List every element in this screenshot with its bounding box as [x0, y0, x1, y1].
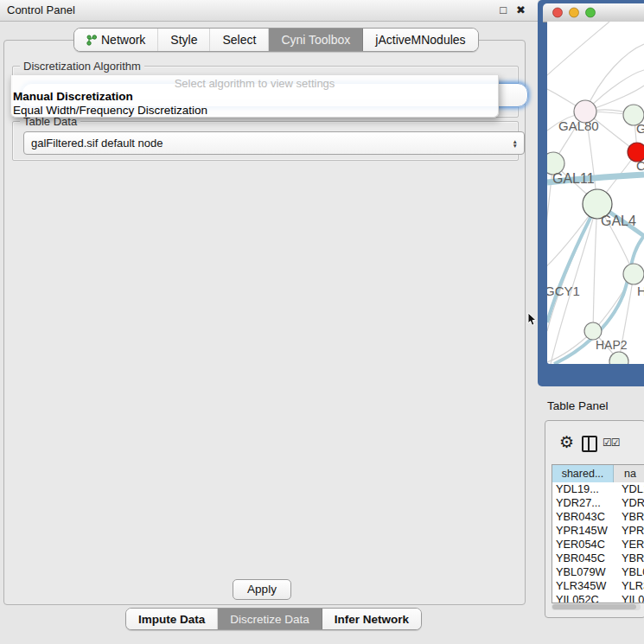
- tab-label: Cyni Toolbox: [281, 33, 350, 47]
- panel-title: Control Panel: [7, 3, 75, 16]
- cell-name[interactable]: YDR2: [616, 496, 644, 510]
- tab-label: Discretize Data: [230, 613, 309, 626]
- table-row[interactable]: YPR145W YPR1: [552, 524, 644, 538]
- node-label: GAL11: [552, 171, 595, 186]
- cell-name[interactable]: YBR0: [616, 510, 644, 524]
- tab-label: Impute Data: [138, 613, 205, 626]
- combobox-value: galFiltered.sif default node: [31, 137, 163, 150]
- tab-label: Select: [222, 33, 256, 47]
- tab-label: Network: [101, 33, 145, 47]
- traffic-lights: [543, 3, 603, 22]
- cell-name[interactable]: YLR3: [616, 579, 644, 593]
- cell-name[interactable]: YBR0: [616, 552, 644, 565]
- gear-icon[interactable]: ⚙: [559, 432, 574, 452]
- cell-shared-name[interactable]: YDL19...: [552, 482, 616, 496]
- tab-style[interactable]: Style: [158, 29, 210, 51]
- node-label: HAP2: [596, 338, 628, 352]
- node-label: GAL4: [601, 214, 636, 228]
- float-window-icon[interactable]: □: [500, 3, 507, 16]
- cell-name[interactable]: YPR1: [616, 524, 644, 538]
- table-panel-toolbar: ⚙ ☑☑: [545, 421, 644, 462]
- dropdown-option-manual[interactable]: Manual Discretization: [13, 90, 133, 103]
- cell-name[interactable]: YBL0: [616, 565, 644, 579]
- table-horizontal-scrollbar[interactable]: [552, 603, 641, 610]
- cell-shared-name[interactable]: YPR145W: [552, 524, 616, 538]
- close-window-icon[interactable]: [553, 8, 563, 17]
- cell-shared-name[interactable]: YIL052C: [552, 593, 616, 603]
- minimize-window-icon[interactable]: [570, 8, 579, 17]
- tab-label: Style: [170, 33, 197, 47]
- cell-shared-name[interactable]: YLR345W: [552, 579, 616, 593]
- table-row[interactable]: YBR043C YBR0: [552, 510, 644, 524]
- cyni-bottom-tabs: Impute Data Discretize Data Infer Networ…: [125, 608, 422, 630]
- table-panel: ⚙ ☑☑ shared... na YDL19... YDL1 YDR27...…: [545, 420, 644, 618]
- tab-cyni-toolbox[interactable]: Cyni Toolbox: [269, 29, 363, 51]
- table-panel-title: Table Panel: [547, 399, 609, 412]
- table-data-combobox[interactable]: galFiltered.sif default node ▲▼: [23, 131, 525, 155]
- node-table: shared... na YDL19... YDL1 YDR27... YDR2…: [552, 464, 644, 603]
- cell-shared-name[interactable]: YBR045C: [552, 552, 616, 565]
- group-title: Discretization Algorithm: [20, 60, 144, 73]
- node-label: C: [636, 158, 644, 173]
- dropdown-placeholder-option[interactable]: Select algorithm to view settings: [11, 77, 498, 90]
- spinner-arrows-icon: ▲▼: [513, 138, 518, 148]
- column-header-shared-name[interactable]: shared...: [552, 465, 614, 482]
- tab-infer-network[interactable]: Infer Network: [322, 609, 421, 629]
- close-panel-icon[interactable]: ✖: [516, 3, 526, 16]
- table-row[interactable]: YBL079W YBL0: [552, 565, 644, 579]
- table-row[interactable]: YDR27... YDR2: [552, 496, 644, 510]
- table-header-row: shared... na: [552, 465, 644, 482]
- network-icon: [86, 35, 97, 46]
- tab-label: Infer Network: [335, 613, 409, 626]
- control-panel-tabs: Network Style Select Cyni Toolbox jActiv…: [73, 28, 479, 52]
- algorithm-dropdown-popup: Select algorithm to view settings Manual…: [10, 75, 499, 118]
- select-columns-icon[interactable]: ☑☑: [603, 437, 620, 449]
- apply-button[interactable]: Apply: [233, 579, 291, 600]
- table-row[interactable]: YDL19... YDL1: [552, 482, 644, 496]
- scrollbar-thumb[interactable]: [552, 604, 636, 609]
- mouse-cursor: [527, 313, 538, 328]
- tab-jactivemnodules[interactable]: jActiveMNodules: [363, 29, 477, 51]
- column-header-name[interactable]: na: [614, 465, 644, 482]
- tab-label: jActiveMNodules: [375, 33, 465, 47]
- cell-shared-name[interactable]: YER054C: [552, 538, 616, 552]
- network-view-window: GAL80 GA C GAL11 GAL4 GCY1 H HAP2: [538, 0, 644, 386]
- table-row[interactable]: YER054C YER0: [552, 538, 644, 552]
- cell-shared-name[interactable]: YDR27...: [552, 496, 616, 510]
- cell-shared-name[interactable]: YBL079W: [552, 565, 616, 579]
- cell-name[interactable]: YIL0: [616, 593, 644, 603]
- node-h[interactable]: [623, 264, 644, 284]
- dropdown-option-equal-width[interactable]: Equal Width/Frequency Discretization: [13, 104, 207, 117]
- network-graph: GAL80 GA C GAL11 GAL4 GCY1 H HAP2: [547, 22, 644, 364]
- split-table-icon[interactable]: [582, 436, 597, 452]
- table-row[interactable]: YLR345W YLR3: [552, 579, 644, 593]
- node-label: GCY1: [547, 284, 580, 298]
- table-row[interactable]: YBR045C YBR0: [552, 552, 644, 565]
- tab-discretize-data[interactable]: Discretize Data: [218, 609, 322, 629]
- tab-network[interactable]: Network: [74, 29, 158, 51]
- control-panel-titlebar: Control Panel □ ✖: [0, 0, 538, 22]
- table-row[interactable]: YIL052C YIL0: [552, 593, 644, 603]
- cell-shared-name[interactable]: YBR043C: [552, 510, 616, 524]
- node-label: GA: [636, 121, 644, 136]
- network-canvas[interactable]: GAL80 GA C GAL11 GAL4 GCY1 H HAP2: [547, 22, 644, 364]
- node-label: H: [637, 284, 644, 298]
- cell-name[interactable]: YDL1: [616, 482, 644, 496]
- table-data-group: Table Data galFiltered.sif default node …: [12, 121, 519, 161]
- zoom-window-icon[interactable]: [586, 8, 596, 17]
- cell-name[interactable]: YER0: [616, 538, 644, 552]
- node-hap2[interactable]: [584, 322, 602, 340]
- node-label: GAL80: [558, 118, 599, 133]
- network-window-titlebar: [543, 3, 644, 22]
- tab-select[interactable]: Select: [210, 29, 269, 51]
- tab-impute-data[interactable]: Impute Data: [126, 609, 218, 629]
